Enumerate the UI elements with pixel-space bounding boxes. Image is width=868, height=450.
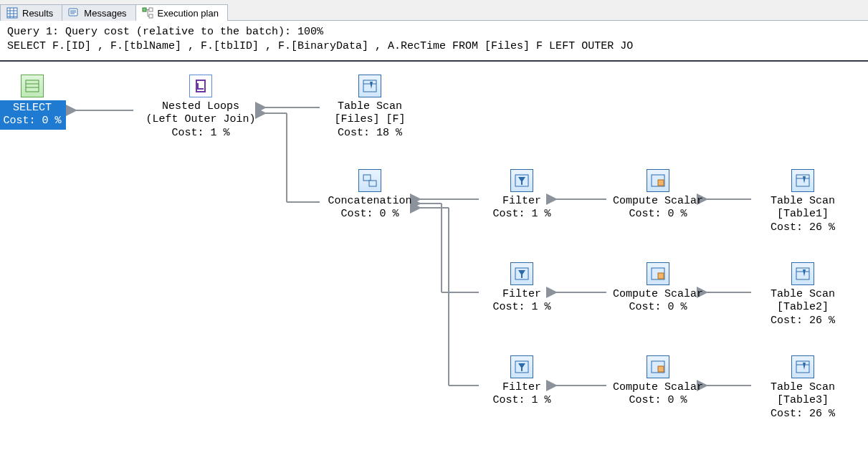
execution-plan-icon <box>142 7 153 19</box>
node-title: Filter <box>502 288 541 300</box>
node-cost: Cost: 26 % <box>771 315 835 327</box>
node-sub: [Table3] <box>777 394 829 406</box>
node-title: Table Scan <box>771 381 835 393</box>
node-title: Compute Scalar <box>613 195 703 207</box>
svg-rect-55 <box>658 273 664 279</box>
plan-connectors <box>0 62 868 449</box>
table-scan-icon <box>791 262 814 285</box>
node-cost: Cost: 0 % <box>340 208 399 220</box>
select-icon <box>21 75 44 97</box>
node-cost: Cost: 1 % <box>171 127 229 139</box>
tab-label: Execution plan <box>158 8 219 19</box>
plan-node-compute-1[interactable]: Compute Scalar Cost: 0 % <box>601 169 715 222</box>
svg-rect-40 <box>363 80 376 92</box>
tab-label: Messages <box>84 8 126 19</box>
filter-icon <box>510 169 533 192</box>
svg-rect-11 <box>149 8 153 11</box>
svg-rect-12 <box>149 14 153 18</box>
plan-node-tablescan-3[interactable]: Table Scan [Table3] Cost: 26 % <box>745 355 860 421</box>
svg-rect-43 <box>363 175 371 181</box>
query-sql-line: SELECT F.[ID] , F.[tblName] , F.[tblID] … <box>7 39 861 54</box>
node-cost: Cost: 0 % <box>629 301 687 313</box>
compute-scalar-icon <box>647 355 669 378</box>
plan-node-select[interactable]: SELECT Cost: 0 % <box>0 75 79 130</box>
filter-icon <box>510 262 533 285</box>
plan-node-tablescan-2[interactable]: Table Scan [Table2] Cost: 26 % <box>745 262 860 328</box>
node-cost: Cost: 0 % <box>629 394 687 406</box>
execution-plan-canvas[interactable]: SELECT Cost: 0 % Nested Loops (Left Oute… <box>0 62 868 449</box>
node-cost: Cost: 26 % <box>771 221 835 234</box>
plan-node-filter-1[interactable]: Filter Cost: 1 % <box>464 169 579 222</box>
svg-rect-48 <box>658 180 664 186</box>
node-title: Compute Scalar <box>613 288 703 300</box>
svg-rect-62 <box>658 366 664 372</box>
node-cost: Cost: 1 % <box>492 301 550 313</box>
plan-node-filter-3[interactable]: Filter Cost: 1 % <box>464 355 579 408</box>
node-sub: [Table2] <box>777 301 829 313</box>
svg-rect-49 <box>796 175 809 186</box>
svg-rect-44 <box>369 181 376 186</box>
plan-node-tablescan-1[interactable]: Table Scan [Table1] Cost: 26 % <box>745 169 860 235</box>
plan-node-compute-2[interactable]: Compute Scalar Cost: 0 % <box>601 262 715 315</box>
compute-scalar-icon <box>647 169 669 192</box>
plan-node-nested-loops[interactable]: Nested Loops (Left Outer Join) Cost: 1 % <box>136 75 265 140</box>
plan-node-compute-3[interactable]: Compute Scalar Cost: 0 % <box>601 355 715 408</box>
node-cost: Cost: 0 % <box>3 115 61 127</box>
node-cost: Cost: 26 % <box>771 408 835 420</box>
node-title: Nested Loops <box>162 100 239 112</box>
nested-loop-icon <box>189 75 212 97</box>
filter-icon <box>510 355 533 378</box>
node-sub: [Files] [F] <box>334 113 405 125</box>
tab-results[interactable]: Results <box>0 4 62 21</box>
svg-rect-36 <box>26 80 39 92</box>
tab-execution-plan[interactable]: Execution plan <box>135 4 228 21</box>
compute-scalar-icon <box>647 262 669 285</box>
node-cost: Cost: 18 % <box>338 127 402 139</box>
node-title: Compute Scalar <box>613 381 703 393</box>
tab-messages[interactable]: Messages <box>62 4 135 21</box>
node-cost: Cost: 1 % <box>492 208 550 220</box>
node-title: Filter <box>502 381 541 393</box>
node-sub: [Table1] <box>777 208 829 220</box>
node-title: Table Scan <box>338 100 402 112</box>
svg-rect-63 <box>796 361 809 373</box>
node-title: Table Scan <box>771 288 835 300</box>
table-scan-icon <box>791 169 814 192</box>
tab-label: Results <box>22 8 53 19</box>
svg-rect-10 <box>143 8 146 11</box>
query-header: Query 1: Query cost (relative to the bat… <box>0 21 868 57</box>
plan-node-filter-2[interactable]: Filter Cost: 1 % <box>464 262 579 315</box>
node-title: Concatenation <box>328 195 411 207</box>
node-title: SELECT <box>13 102 52 114</box>
plan-node-tablescan-files[interactable]: Table Scan [Files] [F] Cost: 18 % <box>313 75 427 140</box>
node-sub: (Left Outer Join) <box>146 113 255 125</box>
result-tabs: Results Messages Execution plan <box>0 0 868 21</box>
node-title: Table Scan <box>771 195 835 207</box>
svg-rect-56 <box>796 268 809 279</box>
node-title: Filter <box>502 195 541 207</box>
plan-node-concatenation[interactable]: Concatenation Cost: 0 % <box>313 169 427 222</box>
grid-icon <box>6 7 18 19</box>
query-cost-line: Query 1: Query cost (relative to the bat… <box>7 25 861 39</box>
node-cost: Cost: 0 % <box>629 208 687 220</box>
table-scan-icon <box>791 355 814 378</box>
messages-icon <box>68 7 80 19</box>
table-scan-icon <box>358 75 381 97</box>
concatenation-icon <box>358 169 381 192</box>
node-cost: Cost: 1 % <box>492 394 550 406</box>
